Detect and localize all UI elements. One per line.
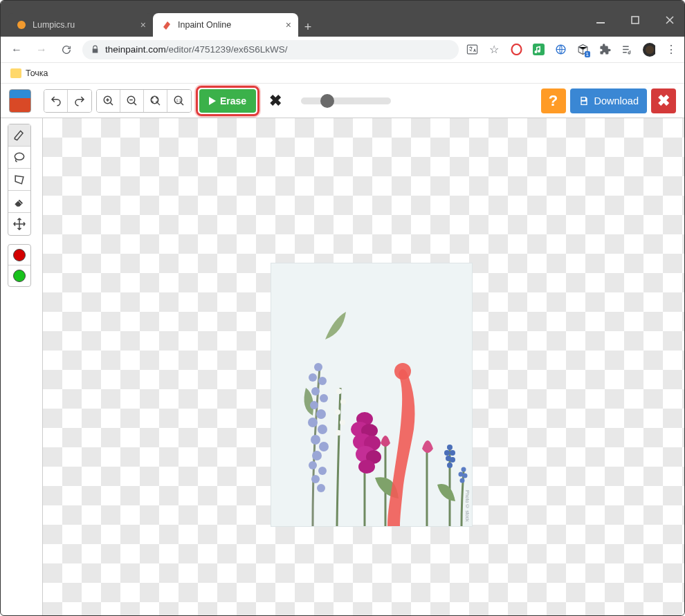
- svg-point-55: [394, 363, 411, 380]
- svg-point-34: [335, 409, 340, 415]
- browser-tabs: Lumpics.ru × Inpaint Online × +: [1, 13, 318, 37]
- menu-icon[interactable]: ⋮: [665, 44, 677, 56]
- svg-point-28: [309, 461, 317, 469]
- svg-point-45: [447, 445, 453, 450]
- svg-point-32: [336, 389, 342, 394]
- svg-point-35: [340, 420, 345, 425]
- redo-button[interactable]: [68, 90, 91, 112]
- svg-rect-2: [632, 17, 639, 24]
- canvas-area[interactable]: Photo © stock: [42, 118, 684, 616]
- close-icon[interactable]: ×: [286, 19, 291, 30]
- workspace: Photo © stock: [1, 118, 684, 616]
- erase-button[interactable]: Erase: [199, 89, 256, 113]
- star-icon[interactable]: ☆: [488, 44, 500, 56]
- svg-point-25: [311, 435, 320, 445]
- svg-point-8: [646, 46, 654, 54]
- marker-tool[interactable]: [8, 124, 30, 147]
- svg-text:1:1: 1:1: [176, 97, 181, 102]
- svg-point-11: [151, 96, 158, 104]
- svg-point-36: [336, 430, 341, 436]
- minimize-button[interactable]: [590, 12, 611, 28]
- edited-image[interactable]: Photo © stock: [271, 263, 472, 526]
- brush-slider: [301, 97, 391, 104]
- back-button[interactable]: ←: [8, 41, 26, 59]
- svg-point-51: [462, 467, 466, 472]
- svg-point-19: [311, 387, 320, 395]
- browser-toolbar: ← → theinpaint.com/editor/4751239/ex6S6L…: [1, 37, 684, 63]
- translate-icon[interactable]: [466, 44, 478, 56]
- close-editor-button[interactable]: ✖: [651, 88, 676, 113]
- svg-point-47: [450, 450, 455, 456]
- svg-rect-1: [596, 22, 605, 24]
- svg-point-0: [17, 21, 26, 29]
- svg-point-33: [340, 399, 346, 404]
- svg-point-53: [463, 474, 468, 478]
- svg-point-14: [15, 153, 24, 160]
- forward-button[interactable]: →: [33, 41, 51, 59]
- close-icon[interactable]: ×: [140, 19, 146, 30]
- eraser-tool[interactable]: [8, 191, 30, 213]
- puzzle-ext-icon[interactable]: [599, 44, 611, 56]
- address-bar[interactable]: theinpaint.com/editor/4751239/ex6S6LkWS/: [82, 40, 459, 59]
- new-tab-button[interactable]: +: [298, 17, 318, 37]
- undo-button[interactable]: [44, 90, 68, 112]
- download-button[interactable]: Download: [570, 88, 648, 113]
- svg-point-54: [460, 478, 465, 483]
- lasso-tool[interactable]: [8, 147, 30, 169]
- zoom-actual-button[interactable]: 1:1: [167, 90, 191, 112]
- svg-point-22: [316, 409, 326, 419]
- svg-point-50: [447, 463, 453, 468]
- help-button[interactable]: ?: [541, 88, 566, 113]
- reload-button[interactable]: [57, 41, 75, 59]
- svg-rect-5: [533, 44, 545, 55]
- zoom-out-button[interactable]: [120, 90, 144, 112]
- svg-point-27: [312, 451, 322, 460]
- window-controls: [590, 12, 680, 28]
- green-dot-icon: [13, 270, 26, 282]
- close-window-button[interactable]: [659, 12, 680, 28]
- favicon-lumpics: [16, 19, 27, 30]
- avatar-icon[interactable]: [643, 44, 655, 56]
- bookmarks-bar: Точка: [1, 63, 684, 84]
- svg-point-29: [318, 467, 327, 475]
- svg-point-4: [511, 44, 521, 55]
- red-dot-icon: [13, 249, 26, 261]
- folder-icon: [10, 68, 21, 78]
- svg-point-49: [450, 457, 455, 463]
- opera-ext-icon[interactable]: [510, 44, 522, 56]
- extension-icons: ☆ 1 ⋮: [466, 44, 677, 56]
- svg-point-31: [317, 484, 325, 492]
- playlist-ext-icon[interactable]: [621, 44, 633, 56]
- cube-ext-icon[interactable]: 1: [576, 44, 589, 56]
- svg-point-44: [358, 460, 375, 474]
- svg-point-23: [308, 418, 318, 427]
- tab-label: Inpaint Online: [178, 20, 231, 30]
- browser-titlebar: Lumpics.ru × Inpaint Online × +: [1, 8, 684, 37]
- favicon-inpaint: [161, 19, 172, 30]
- maximize-button[interactable]: [625, 12, 646, 28]
- svg-point-46: [444, 450, 450, 456]
- tab-label: Lumpics.ru: [33, 20, 75, 30]
- move-tool[interactable]: [8, 213, 30, 235]
- tab-lumpics[interactable]: Lumpics.ru ×: [8, 13, 153, 37]
- history-group: [44, 89, 92, 113]
- tab-inpaint[interactable]: Inpaint Online ×: [153, 13, 298, 37]
- svg-point-18: [318, 377, 327, 385]
- globe-ext-icon[interactable]: [554, 44, 567, 56]
- bookmark-item[interactable]: Точка: [26, 68, 48, 78]
- image-watermark: Photo © stock: [465, 490, 470, 522]
- app-logo[interactable]: [9, 89, 31, 113]
- erase-label: Erase: [220, 95, 246, 106]
- zoom-in-button[interactable]: [97, 90, 120, 112]
- side-toolbar: [8, 124, 31, 236]
- mask-green-button[interactable]: [8, 265, 30, 286]
- slider-thumb[interactable]: [320, 94, 334, 108]
- cancel-mask-button[interactable]: ✖: [264, 89, 287, 113]
- slider-track[interactable]: [301, 97, 391, 104]
- mask-red-button[interactable]: [8, 245, 30, 265]
- polygon-tool[interactable]: [8, 169, 30, 191]
- save-icon: [578, 95, 590, 106]
- svg-point-24: [318, 424, 327, 434]
- zoom-fit-button[interactable]: [144, 90, 167, 112]
- music-ext-icon[interactable]: [532, 44, 545, 56]
